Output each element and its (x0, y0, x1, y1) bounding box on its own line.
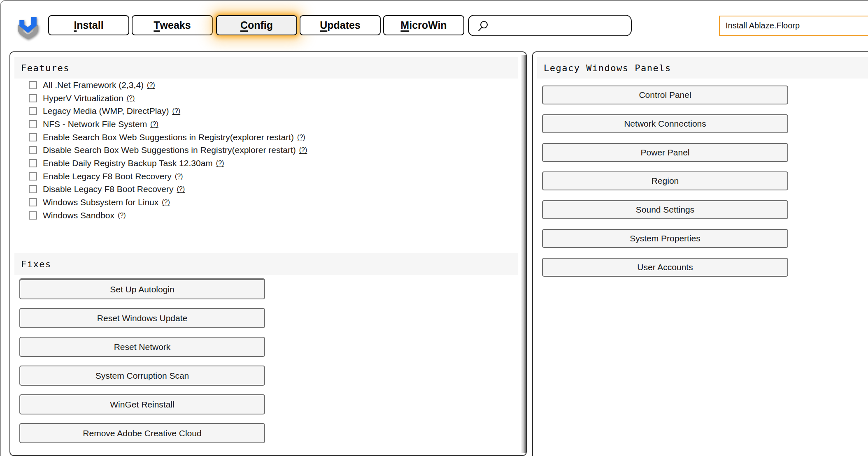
feature-help-link[interactable]: (?) (127, 95, 135, 102)
tab-label-rest: weaks (160, 19, 191, 31)
feature-label: Disable Legacy F8 Boot Recovery (43, 184, 174, 194)
legacy-panels-panel: Legacy Windows Panels Control PanelNetwo… (532, 51, 868, 456)
feature-help-link[interactable]: (?) (297, 134, 305, 141)
install-tooltip-text: Install Ablaze.Floorp (726, 21, 800, 30)
search-input[interactable] (492, 16, 629, 35)
feature-help-link[interactable]: (?) (118, 212, 126, 219)
feature-help-link[interactable]: (?) (177, 185, 185, 193)
feature-help-link[interactable]: (?) (175, 173, 183, 180)
feature-row-legacy-media-wmp-directplay: Legacy Media (WMP, DirectPlay)(?) (10, 104, 514, 118)
feature-label: HyperV Virtualization (43, 93, 123, 103)
feature-label: Enable Search Box Web Suggestions in Reg… (43, 132, 294, 142)
feature-help-link[interactable]: (?) (216, 160, 224, 167)
feature-row-windows-subsystem-for-linux: Windows Subsystem for Linux(?) (10, 196, 514, 209)
feature-help-link[interactable]: (?) (150, 120, 158, 128)
control-panel-button[interactable]: Control Panel (542, 86, 788, 104)
feature-row-windows-sandbox: Windows Sandbox(?) (10, 209, 514, 222)
feature-label: Windows Sandbox (43, 211, 114, 220)
legacy-panels-title: Legacy Windows Panels (544, 63, 671, 73)
config-main-panel: Features All .Net Framework (2,3,4)(?)Hy… (9, 51, 527, 456)
top-bar: InstallTweaksConfigUpdatesMicroWin Insta… (1, 1, 868, 51)
tab-label-rest: onfig (248, 19, 273, 31)
system-corruption-scan-button[interactable]: System Corruption Scan (19, 366, 265, 386)
search-box (468, 15, 632, 36)
feature-checkbox[interactable] (29, 211, 37, 220)
features-title: Features (21, 63, 70, 73)
tab-hotkey-letter: I (74, 19, 77, 31)
install-tooltip: Install Ablaze.Floorp (719, 16, 868, 36)
fixes-title: Fixes (21, 259, 51, 269)
tab-install[interactable]: Install (48, 15, 129, 35)
feature-label: Windows Subsystem for Linux (43, 197, 158, 207)
tab-updates[interactable]: Updates (300, 15, 381, 35)
tab-config[interactable]: Config (216, 15, 297, 35)
region-button[interactable]: Region (542, 171, 788, 190)
feature-label: NFS - Network File System (43, 119, 147, 129)
tab-microwin[interactable]: MicroWin (383, 15, 464, 35)
feature-checkbox[interactable] (29, 120, 37, 128)
feature-label: All .Net Framework (2,3,4) (43, 80, 144, 90)
feature-help-link[interactable]: (?) (172, 107, 181, 115)
tab-label-rest: icroWin (409, 19, 447, 31)
winutil-window: InstallTweaksConfigUpdatesMicroWin Insta… (0, 0, 868, 456)
tab-hotkey-letter: U (320, 19, 327, 31)
feature-label: Legacy Media (WMP, DirectPlay) (43, 106, 169, 116)
feature-help-link[interactable]: (?) (147, 81, 155, 89)
feature-label: Enable Legacy F8 Boot Recovery (43, 171, 172, 181)
tab-tweaks[interactable]: Tweaks (132, 15, 213, 35)
reset-windows-update-button[interactable]: Reset Windows Update (19, 308, 265, 328)
legacy-panels-section-header: Legacy Windows Panels (537, 57, 868, 79)
features-section-header: Features (14, 57, 518, 79)
feature-checkbox[interactable] (29, 94, 37, 102)
winutil-logo-icon (13, 8, 43, 43)
feature-row-disable-legacy-f8-boot-recovery: Disable Legacy F8 Boot Recovery(?) (10, 183, 514, 196)
tab-hotkey-letter: M (400, 19, 409, 31)
feature-row-enable-search-box-web-suggestions-in-registry-explorer-restart: Enable Search Box Web Suggestions in Reg… (10, 131, 514, 144)
feature-checkbox[interactable] (29, 146, 37, 154)
tab-label-rest: pdates (327, 19, 361, 31)
feature-help-link[interactable]: (?) (299, 146, 307, 154)
remove-adobe-creative-cloud-button[interactable]: Remove Adobe Creative Cloud (19, 423, 265, 443)
feature-row-nfs-network-file-system: NFS - Network File System(?) (10, 118, 514, 131)
fixes-section-header: Fixes (14, 253, 518, 275)
feature-checklist: All .Net Framework (2,3,4)(?)HyperV Virt… (10, 79, 514, 222)
feature-checkbox[interactable] (29, 198, 37, 206)
feature-label: Disable Search Box Web Suggestions in Re… (43, 145, 296, 155)
feature-checkbox[interactable] (29, 159, 37, 167)
reset-network-button[interactable]: Reset Network (19, 337, 265, 357)
feature-row-enable-legacy-f8-boot-recovery: Enable Legacy F8 Boot Recovery(?) (10, 170, 514, 183)
feature-checkbox[interactable] (29, 185, 37, 193)
set-up-autologin-button[interactable]: Set Up Autologin (19, 279, 265, 299)
vertical-scrollbar[interactable] (521, 55, 526, 453)
feature-checkbox[interactable] (29, 107, 37, 115)
feature-help-link[interactable]: (?) (162, 199, 170, 206)
sound-settings-button[interactable]: Sound Settings (542, 200, 788, 219)
feature-row-all-net-framework-2-3-4: All .Net Framework (2,3,4)(?) (10, 79, 514, 92)
tab-label-rest: nstall (77, 19, 103, 31)
tab-hotkey-letter: C (240, 19, 248, 31)
feature-checkbox[interactable] (29, 133, 37, 141)
network-connections-button[interactable]: Network Connections (542, 114, 788, 133)
winget-reinstall-button[interactable]: WinGet Reinstall (19, 394, 265, 414)
feature-checkbox[interactable] (29, 172, 37, 181)
search-icon (477, 20, 489, 32)
system-properties-button[interactable]: System Properties (542, 229, 788, 248)
tab-hotkey-letter: T (154, 19, 160, 31)
feature-checkbox[interactable] (29, 81, 37, 89)
feature-label: Enable Daily Registry Backup Task 12.30a… (43, 158, 213, 168)
feature-row-disable-search-box-web-suggestions-in-registry-explorer-restart: Disable Search Box Web Suggestions in Re… (10, 144, 514, 157)
user-accounts-button[interactable]: User Accounts (542, 258, 788, 277)
feature-row-enable-daily-registry-backup-task-12-30am: Enable Daily Registry Backup Task 12.30a… (10, 157, 514, 170)
power-panel-button[interactable]: Power Panel (542, 143, 788, 162)
feature-row-hyperv-virtualization: HyperV Virtualization(?) (10, 92, 514, 105)
